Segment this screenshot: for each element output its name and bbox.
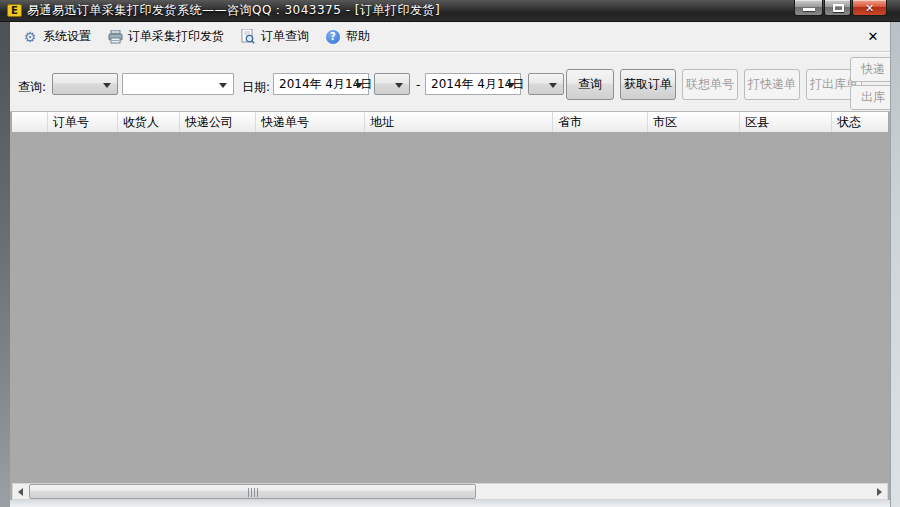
close-icon: ✕: [865, 2, 874, 15]
chevron-down-icon: [219, 83, 227, 88]
order-grid-empty-area: [12, 132, 888, 483]
menu-item-label: 帮助: [346, 28, 370, 45]
table-header: 订单号收货人快递公司快递单号地址省市市区区县状态: [12, 112, 888, 132]
scroll-left-button[interactable]: [13, 484, 29, 499]
column-header[interactable]: 快递单号: [256, 112, 365, 132]
menu-item-help[interactable]: ? 帮助: [319, 24, 380, 49]
menu-bar: ⚙ 系统设置 订单采集打印发货: [10, 22, 890, 52]
scrollbar-grip-icon: [248, 488, 258, 497]
range-separator: -: [416, 78, 420, 92]
minimize-button[interactable]: [794, 0, 823, 16]
window-controls: ✕: [793, 0, 887, 16]
menu-item-label: 订单采集打印发货: [128, 28, 224, 45]
arrow-right-icon: [877, 488, 882, 496]
client-area: ⚙ 系统设置 订单采集打印发货: [10, 22, 890, 500]
window-border-left: [0, 22, 10, 507]
time-to-dropdown[interactable]: [528, 73, 564, 95]
chevron-down-icon: [355, 83, 363, 88]
print-express-button[interactable]: 打快递单: [744, 69, 800, 100]
mdi-close-button[interactable]: ✕: [864, 28, 882, 46]
menu-item-system-settings[interactable]: ⚙ 系统设置: [16, 24, 101, 49]
query-value-dropdown[interactable]: [122, 73, 234, 95]
column-header[interactable]: 收货人: [118, 112, 180, 132]
date-to-picker[interactable]: 2014年 4月14日: [425, 73, 521, 95]
column-header[interactable]: 市区: [648, 112, 740, 132]
query-label: 查询:: [18, 79, 46, 96]
search-document-icon: [240, 29, 256, 45]
window-border-bottom: [10, 500, 890, 507]
window-title: 易通易迅订单采集打印发货系统——咨询QQ：3043375 - [订单打印发货]: [27, 2, 440, 19]
app-icon: E: [7, 4, 22, 17]
associate-number-button[interactable]: 联想单号: [682, 69, 738, 100]
app-window: E 易通易迅订单采集打印发货系统——咨询QQ：3043375 - [订单打印发货…: [0, 0, 900, 507]
column-header[interactable]: [12, 112, 48, 132]
menu-item-label: 订单查询: [261, 28, 309, 45]
column-header[interactable]: 订单号: [48, 112, 118, 132]
column-header[interactable]: 区县: [740, 112, 832, 132]
column-header[interactable]: 快递公司: [180, 112, 256, 132]
chevron-down-icon: [395, 83, 403, 88]
column-header[interactable]: 省市: [553, 112, 648, 132]
gears-icon: ⚙: [22, 29, 38, 45]
printer-icon: [107, 29, 123, 45]
chevron-down-icon: [507, 83, 515, 88]
window-border-right: [890, 22, 900, 507]
column-header[interactable]: 地址: [365, 112, 553, 132]
date-label: 日期:: [242, 79, 270, 96]
chevron-down-icon: [549, 83, 557, 88]
side-buttons: 快递 出库: [850, 57, 890, 111]
date-from-picker[interactable]: 2014年 4月14日: [273, 73, 369, 95]
menu-item-label: 系统设置: [43, 28, 91, 45]
fetch-orders-button[interactable]: 获取订单: [620, 69, 676, 100]
menu-item-order-query[interactable]: 订单查询: [234, 24, 319, 49]
help-icon: ?: [326, 30, 340, 44]
arrow-left-icon: [18, 488, 23, 496]
horizontal-scrollbar: [12, 483, 888, 500]
menu-item-order-collect-print-ship[interactable]: 订单采集打印发货: [101, 24, 234, 49]
express-side-button[interactable]: 快递: [850, 57, 890, 82]
query-type-dropdown[interactable]: [52, 73, 118, 95]
outbound-side-button[interactable]: 出库: [850, 85, 890, 110]
scrollbar-thumb[interactable]: [29, 484, 476, 499]
maximize-icon: [833, 4, 844, 12]
toolbar: 查询: 日期: 2014年 4月14日 - 2014年 4月14日: [10, 52, 890, 112]
scrollbar-track[interactable]: [29, 484, 871, 499]
search-button[interactable]: 查询: [566, 69, 614, 100]
minimize-icon: [803, 8, 815, 11]
scroll-right-button[interactable]: [871, 484, 887, 499]
chevron-down-icon: [103, 83, 111, 88]
maximize-button[interactable]: [824, 0, 851, 16]
time-from-dropdown[interactable]: [374, 73, 410, 95]
column-header[interactable]: 状态: [832, 112, 888, 132]
close-button[interactable]: ✕: [852, 0, 887, 16]
title-bar: E 易通易迅订单采集打印发货系统——咨询QQ：3043375 - [订单打印发货…: [0, 0, 900, 22]
